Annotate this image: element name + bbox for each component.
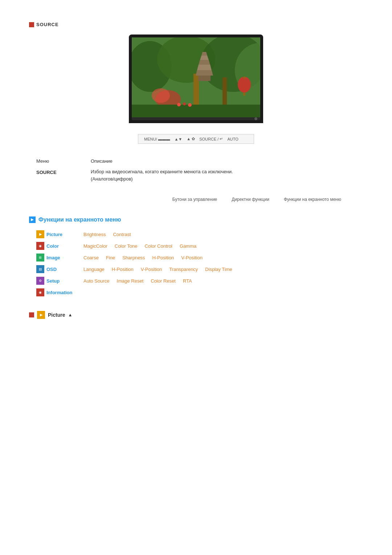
source-ctrl: SOURCE / ↵ xyxy=(199,137,223,141)
source-red-icon xyxy=(29,22,34,27)
source-menu-name: SOURCE xyxy=(36,168,91,175)
tab-osd-functions[interactable]: Функции на екранното меню xyxy=(284,197,341,202)
source-desc-text: Избор на видеосигнала, когато екранните … xyxy=(91,168,356,182)
svg-marker-8 xyxy=(200,56,209,60)
contrast-link[interactable]: Contrast xyxy=(113,232,131,237)
arrows-icon: ▲▼ xyxy=(174,137,182,141)
osd-row-color: ◉ Color MagicColor Color Tone Color Cont… xyxy=(36,242,363,250)
brightness-ctrl: ▲ ✿ xyxy=(187,137,195,141)
desc-table: Меню Описание SOURCE Избор на видеосигна… xyxy=(29,158,363,182)
picture-icon: ▶ xyxy=(36,230,44,238)
osd-row-picture: ▶ Picture Brightness Contrast xyxy=(36,230,363,238)
information-label[interactable]: Information xyxy=(46,290,75,295)
monitor-base xyxy=(132,117,260,120)
menu-icon: ▬▬▬ xyxy=(158,137,170,141)
monitor-image xyxy=(132,37,260,117)
monitor-power-dot xyxy=(254,117,257,120)
osd-menu-item-osd: ▤ OSD xyxy=(36,265,83,273)
svg-marker-11 xyxy=(196,70,213,76)
image-icon: ⊞ xyxy=(36,254,44,262)
picture-footer-red-icon xyxy=(29,312,34,317)
osd-label[interactable]: OSD xyxy=(46,267,75,272)
arrows-ctrl: ▲▼ xyxy=(174,137,182,141)
osd-menu-item-color: ◉ Color xyxy=(36,242,83,250)
section-icon-arrow xyxy=(31,218,34,221)
osd-menu-grid: ▶ Picture Brightness Contrast ◉ Color Ma… xyxy=(29,230,363,296)
svg-point-20 xyxy=(183,102,186,105)
color-sub-items: MagicColor Color Tone Color Control Gamm… xyxy=(83,243,196,249)
desc-col-header: Описание xyxy=(91,158,356,164)
auto-source-link[interactable]: Auto Source xyxy=(83,278,110,284)
menu-col-header: Меню xyxy=(36,158,91,164)
osd-row-setup: ⚙ Setup Auto Source Image Reset Color Re… xyxy=(36,277,363,285)
svg-rect-18 xyxy=(132,105,260,117)
image-reset-link[interactable]: Image Reset xyxy=(117,278,144,284)
picture-sub-items: Brightness Contrast xyxy=(83,232,131,237)
svg-point-14 xyxy=(152,88,170,103)
color-reset-link[interactable]: Color Reset xyxy=(151,278,176,284)
brightness-icon: ▲ ✿ xyxy=(187,137,195,141)
transparency-link[interactable]: Transparency xyxy=(169,267,198,272)
svg-marker-10 xyxy=(197,65,212,70)
osd-menu-item-information: ◉ Information xyxy=(36,288,83,296)
h-position-osd-link[interactable]: H-Position xyxy=(112,267,134,272)
v-position-osd-link[interactable]: V-Position xyxy=(141,267,162,272)
control-bar: MENU/ ▬▬▬ ▲▼ ▲ ✿ SOURCE / ↵ AUTO xyxy=(138,134,254,144)
osd-menu-item-setup: ⚙ Setup xyxy=(36,277,83,285)
fine-link[interactable]: Fine xyxy=(106,255,115,260)
brightness-link[interactable]: Brightness xyxy=(83,232,106,237)
setup-icon: ⚙ xyxy=(36,277,44,285)
picture-up-arrow-icon: ▲ xyxy=(68,312,72,317)
language-link[interactable]: Language xyxy=(83,267,105,272)
color-label[interactable]: Color xyxy=(46,243,75,249)
section-icon xyxy=(29,216,36,223)
setup-sub-items: Auto Source Image Reset Color Reset RTA xyxy=(83,278,192,284)
display-time-link[interactable]: Display Time xyxy=(205,267,232,272)
color-tone-link[interactable]: Color Tone xyxy=(115,243,138,249)
osd-row-information: ◉ Information xyxy=(36,288,363,296)
color-control-link[interactable]: Color Control xyxy=(144,243,172,249)
setup-label[interactable]: Setup xyxy=(46,278,75,284)
monitor-screen xyxy=(132,37,260,117)
v-position-image-link[interactable]: V-Position xyxy=(181,255,203,260)
source-icon-btn: ↵ xyxy=(220,137,223,141)
coarse-link[interactable]: Coarse xyxy=(83,255,99,260)
osd-row-image: ⊞ Image Coarse Fine Sharpness H-Position… xyxy=(36,254,363,262)
osd-row-osd: ▤ OSD Language H-Position V-Position Tra… xyxy=(36,265,363,273)
picture-label[interactable]: Picture xyxy=(46,232,75,237)
svg-rect-17 xyxy=(243,93,245,96)
info-icon: ◉ xyxy=(36,288,44,296)
nav-tabs: Бутони за управление Директни функции Фу… xyxy=(29,197,363,202)
source-header: SOURCE xyxy=(29,22,363,27)
picture-footer-title: Picture xyxy=(48,312,65,318)
image-sub-items: Coarse Fine Sharpness H-Position V-Posit… xyxy=(83,255,203,260)
tab-direct-functions[interactable]: Директни функции xyxy=(232,197,269,202)
sharpness-link[interactable]: Sharpness xyxy=(122,255,145,260)
magiccolor-link[interactable]: MagicColor xyxy=(83,243,107,249)
desc-row-source: SOURCE Избор на видеосигнала, когато екр… xyxy=(36,168,356,182)
svg-rect-16 xyxy=(243,77,245,78)
section-header: Функции на екранното меню xyxy=(29,216,363,223)
picture-footer-img-icon: ▶ xyxy=(37,311,45,319)
menu-ctrl: MENU/ ▬▬▬ xyxy=(144,137,170,141)
svg-rect-12 xyxy=(198,76,211,81)
osd-icon: ▤ xyxy=(36,265,44,273)
rta-link[interactable]: RTA xyxy=(183,278,192,284)
color-icon: ◉ xyxy=(36,242,44,250)
tab-control-buttons[interactable]: Бутони за управление xyxy=(172,197,217,202)
menu-label: MENU/ xyxy=(144,137,157,141)
section-title: Функции на екранното меню xyxy=(38,216,121,223)
control-bar-container: MENU/ ▬▬▬ ▲▼ ▲ ✿ SOURCE / ↵ AUTO xyxy=(29,134,363,144)
source-label: SOURCE / xyxy=(199,137,219,141)
osd-sub-items: Language H-Position V-Position Transpare… xyxy=(83,267,232,272)
gamma-link[interactable]: Gamma xyxy=(180,243,196,249)
h-position-image-link[interactable]: H-Position xyxy=(152,255,174,260)
svg-point-21 xyxy=(188,103,192,107)
image-label[interactable]: Image xyxy=(46,255,75,260)
svg-point-15 xyxy=(238,77,251,93)
monitor xyxy=(129,35,263,123)
monitor-container xyxy=(29,35,363,123)
desc-header: Меню Описание xyxy=(36,158,356,164)
osd-menu-item-image: ⊞ Image xyxy=(36,254,83,262)
auto-ctrl: AUTO xyxy=(227,137,238,141)
